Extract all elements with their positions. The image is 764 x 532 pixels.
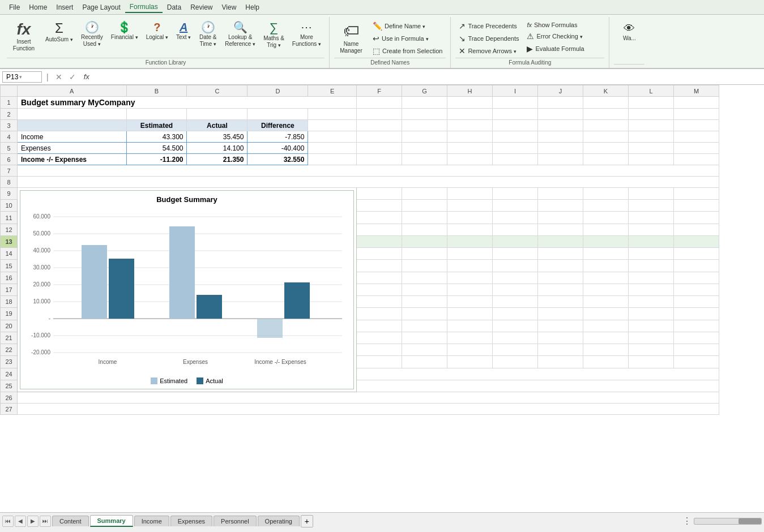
- cell-M20[interactable]: [674, 320, 719, 332]
- cell-K12[interactable]: [583, 224, 629, 235]
- sheet-tab-operating[interactable]: Operating: [258, 516, 300, 526]
- cell-M22[interactable]: [674, 344, 719, 356]
- cell-K20[interactable]: [583, 320, 629, 332]
- tab-next-end[interactable]: ⏭: [40, 516, 51, 527]
- cell-K14[interactable]: [583, 248, 629, 260]
- cell-G3[interactable]: [402, 120, 447, 131]
- name-manager-button[interactable]: 🏷 NameManager: [334, 19, 368, 57]
- row-num-3[interactable]: 3: [1, 120, 18, 131]
- row-num-13[interactable]: 13: [1, 235, 18, 247]
- cell-G17[interactable]: [402, 284, 447, 295]
- show-formulas-button[interactable]: fx Show Formulas: [523, 20, 587, 29]
- cell-D5[interactable]: -40.400: [247, 143, 308, 154]
- cell-M17[interactable]: [674, 284, 719, 295]
- cell-G6[interactable]: [402, 154, 447, 165]
- cell-F12[interactable]: [357, 224, 402, 235]
- cell-A4[interactable]: Income: [18, 131, 127, 143]
- cell-C2[interactable]: [187, 109, 247, 120]
- cell-G13[interactable]: [402, 235, 447, 247]
- cell-K6[interactable]: [583, 154, 629, 165]
- menu-review[interactable]: Review: [186, 2, 217, 12]
- cell-H17[interactable]: [447, 284, 493, 295]
- cell-A26[interactable]: [18, 392, 719, 404]
- cell-E3[interactable]: [308, 120, 357, 131]
- financial-button[interactable]: 💲 Financial ▾: [108, 19, 142, 43]
- cell-B6[interactable]: -11.200: [126, 154, 187, 165]
- cell-E2[interactable]: [308, 109, 357, 120]
- cell-L19[interactable]: [629, 308, 674, 320]
- cell-G9[interactable]: [402, 188, 447, 200]
- cell-D4[interactable]: -7.850: [247, 131, 308, 143]
- cell-J19[interactable]: [538, 308, 583, 320]
- row-num-15[interactable]: 15: [1, 260, 18, 272]
- cell-G21[interactable]: [402, 332, 447, 344]
- cell-J6[interactable]: [538, 154, 583, 165]
- cell-K19[interactable]: [583, 308, 629, 320]
- cell-H14[interactable]: [447, 248, 493, 260]
- row-num-16[interactable]: 16: [1, 272, 18, 284]
- insert-function-button[interactable]: fx InsertFunction: [7, 19, 41, 54]
- cell-L14[interactable]: [629, 248, 674, 260]
- row-num-6[interactable]: 6: [1, 154, 18, 165]
- cell-M1[interactable]: [674, 97, 719, 109]
- cell-L18[interactable]: [629, 296, 674, 308]
- cell-A6[interactable]: Income -/- Expenses: [18, 154, 127, 165]
- cell-J12[interactable]: [538, 224, 583, 235]
- cell-I23[interactable]: [493, 356, 538, 368]
- cell-A8[interactable]: [18, 177, 719, 188]
- cell-I10[interactable]: [493, 200, 538, 212]
- row-num-9[interactable]: 9: [1, 188, 18, 200]
- sheet-tab-income[interactable]: Income: [134, 516, 169, 526]
- cell-L3[interactable]: [629, 120, 674, 131]
- cell-F10[interactable]: [357, 200, 402, 212]
- cell-H4[interactable]: [447, 131, 493, 143]
- cell-L23[interactable]: [629, 356, 674, 368]
- cell-I4[interactable]: [493, 131, 538, 143]
- cell-K3[interactable]: [583, 120, 629, 131]
- cell-M10[interactable]: [674, 200, 719, 212]
- cell-J9[interactable]: [538, 188, 583, 200]
- menu-formulas[interactable]: Formulas: [125, 2, 163, 13]
- cell-J14[interactable]: [538, 248, 583, 260]
- fx-button[interactable]: fx: [80, 72, 93, 81]
- cell-I19[interactable]: [493, 308, 538, 320]
- cell-F21[interactable]: [357, 332, 402, 344]
- cell-H13[interactable]: [447, 235, 493, 247]
- row-num-5[interactable]: 5: [1, 143, 18, 154]
- tab-options-icon[interactable]: ⋮: [682, 516, 692, 526]
- create-from-selection-button[interactable]: ⬚ Create from Selection: [369, 45, 446, 57]
- cell-D6[interactable]: 32.550: [247, 154, 308, 165]
- cell-F6[interactable]: [357, 154, 402, 165]
- cell-K23[interactable]: [583, 356, 629, 368]
- cell-L6[interactable]: [629, 154, 674, 165]
- cell-H21[interactable]: [447, 332, 493, 344]
- cell-I22[interactable]: [493, 344, 538, 356]
- lookup-reference-button[interactable]: 🔍 Lookup &Reference ▾: [221, 19, 259, 50]
- cell-M3[interactable]: [674, 120, 719, 131]
- cell-L17[interactable]: [629, 284, 674, 295]
- cell-G19[interactable]: [402, 308, 447, 320]
- add-sheet-button[interactable]: +: [301, 515, 313, 527]
- cell-G10[interactable]: [402, 200, 447, 212]
- cell-D3[interactable]: Difference: [247, 120, 308, 131]
- cell-G23[interactable]: [402, 356, 447, 368]
- cell-G20[interactable]: [402, 320, 447, 332]
- cell-A3[interactable]: [18, 120, 127, 131]
- cell-K4[interactable]: [583, 131, 629, 143]
- cell-F22[interactable]: [357, 344, 402, 356]
- use-in-formula-button[interactable]: ↩ Use in Formula ▾: [369, 33, 446, 44]
- logical-button[interactable]: ? Logical ▾: [143, 19, 172, 43]
- text-button[interactable]: A Text ▾: [173, 19, 194, 43]
- cell-I15[interactable]: [493, 260, 538, 272]
- cell-I17[interactable]: [493, 284, 538, 295]
- cell-H1[interactable]: [447, 97, 493, 109]
- cell-C4[interactable]: 35.450: [187, 131, 247, 143]
- cell-J16[interactable]: [538, 272, 583, 284]
- row-num-1[interactable]: 1: [1, 97, 18, 109]
- cell-C3[interactable]: Actual: [187, 120, 247, 131]
- cell-H15[interactable]: [447, 260, 493, 272]
- cell-J4[interactable]: [538, 131, 583, 143]
- row-num-27[interactable]: 27: [1, 404, 18, 415]
- cell-L16[interactable]: [629, 272, 674, 284]
- cell-I9[interactable]: [493, 188, 538, 200]
